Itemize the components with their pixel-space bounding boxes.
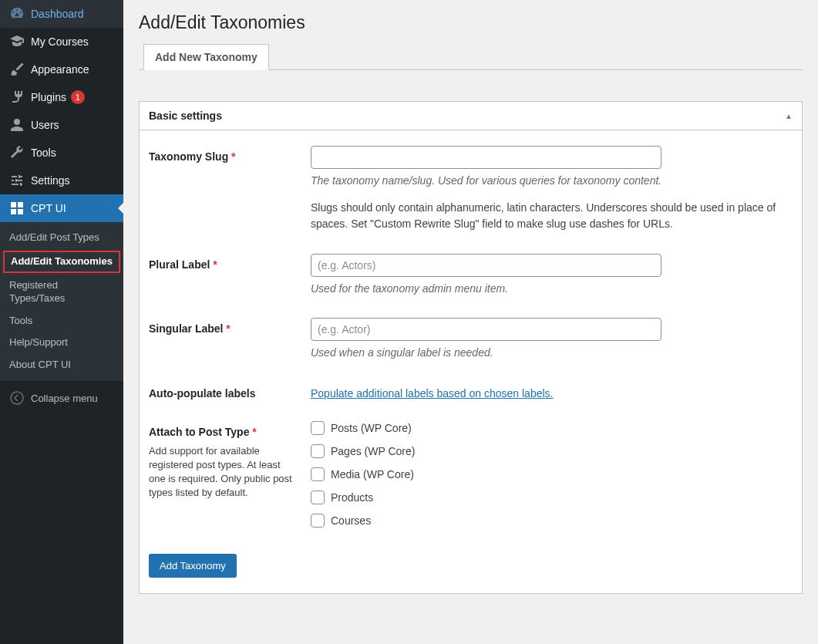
collapse-menu-button[interactable]: Collapse menu: [0, 384, 123, 412]
label-attach: Attach to Post Type: [149, 426, 249, 438]
checkbox-label: Products: [331, 491, 373, 504]
submenu-item-post-types[interactable]: Add/Edit Post Types: [0, 227, 123, 249]
checkbox-label: Pages (WP Core): [331, 445, 415, 457]
sidebar-item-settings[interactable]: Settings: [0, 167, 123, 194]
required-marker: *: [231, 150, 235, 163]
required-marker: *: [213, 258, 217, 271]
basic-settings-panel: Basic settings ▲ Taxonomy Slug * The tax…: [139, 101, 803, 594]
checkbox-label: Posts (WP Core): [331, 422, 412, 434]
checkbox-media[interactable]: Media (WP Core): [311, 467, 793, 481]
gauge-icon: [9, 6, 25, 22]
svg-point-0: [11, 392, 23, 404]
menu-label: Tools: [31, 147, 56, 159]
checkbox-input-posts[interactable]: [311, 421, 325, 435]
label-attach-sub: Add support for available registered pos…: [149, 444, 295, 501]
sidebar-item-plugins[interactable]: Plugins 1: [0, 83, 123, 111]
label-singular: Singular Label: [149, 322, 223, 335]
help-slug-2: Slugs should only contain alphanumeric, …: [311, 200, 793, 232]
sidebar-item-appearance[interactable]: Appearance: [0, 56, 123, 83]
menu-label: CPT UI: [31, 202, 66, 214]
grid-icon: [9, 201, 25, 216]
brush-icon: [9, 62, 25, 77]
label-plural: Plural Label: [149, 258, 210, 271]
add-taxonomy-button[interactable]: Add Taxonomy: [149, 554, 237, 578]
help-plural: Used for the taxonomy admin menu item.: [311, 282, 793, 297]
singular-label-input[interactable]: [311, 318, 661, 341]
help-singular: Used when a singular label is needed.: [311, 346, 793, 361]
required-marker: *: [226, 322, 230, 335]
sidebar-item-courses[interactable]: My Courses: [0, 28, 123, 56]
checkbox-input-products[interactable]: [311, 491, 325, 504]
menu-label: Appearance: [31, 63, 89, 76]
menu-label: Plugins: [31, 91, 66, 103]
sidebar-item-users[interactable]: Users: [0, 111, 123, 139]
menu-label: Users: [31, 119, 59, 131]
checkbox-input-courses[interactable]: [311, 514, 325, 528]
checkbox-label: Courses: [331, 514, 371, 527]
required-marker: *: [252, 426, 256, 438]
checkbox-products[interactable]: Products: [311, 491, 793, 504]
update-badge: 1: [71, 90, 85, 104]
checkbox-pages[interactable]: Pages (WP Core): [311, 444, 793, 458]
submenu-item-help[interactable]: Help/Support: [0, 332, 123, 354]
menu-label: Dashboard: [31, 8, 84, 20]
user-icon: [9, 117, 25, 133]
collapse-icon: [9, 390, 25, 406]
autopopulate-link[interactable]: Populate additional labels based on chos…: [311, 387, 553, 400]
collapse-label: Collapse menu: [31, 393, 98, 404]
page-title: Add/Edit Taxonomies: [139, 12, 803, 33]
admin-sidebar: Dashboard My Courses Appearance Plugins …: [0, 0, 123, 644]
tab-row: Add New Taxonomy: [139, 44, 803, 70]
plug-icon: [9, 89, 25, 105]
main-content: Add/Edit Taxonomies Add New Taxonomy Bas…: [123, 0, 818, 644]
plural-label-input[interactable]: [311, 254, 661, 277]
label-autopopulate: Auto-populate labels: [149, 387, 255, 400]
submenu-item-tools[interactable]: Tools: [0, 310, 123, 332]
submenu-item-registered[interactable]: Registered Types/Taxes: [0, 275, 123, 310]
caret-up-icon: ▲: [785, 112, 793, 120]
sidebar-item-cptui[interactable]: CPT UI: [0, 194, 123, 222]
sidebar-item-dashboard[interactable]: Dashboard: [0, 0, 123, 28]
taxonomy-slug-input[interactable]: [311, 146, 661, 169]
checkbox-input-media[interactable]: [311, 467, 325, 481]
cptui-submenu: Add/Edit Post Types Add/Edit Taxonomies …: [0, 222, 123, 381]
checkbox-courses[interactable]: Courses: [311, 514, 793, 528]
tab-add-new-taxonomy[interactable]: Add New Taxonomy: [143, 44, 269, 70]
checkbox-label: Media (WP Core): [331, 468, 414, 480]
menu-label: My Courses: [31, 35, 89, 48]
submenu-item-taxonomies[interactable]: Add/Edit Taxonomies: [3, 251, 120, 273]
checkbox-posts[interactable]: Posts (WP Core): [311, 421, 793, 435]
sliders-icon: [9, 173, 25, 188]
checkbox-input-pages[interactable]: [311, 444, 325, 458]
wrench-icon: [9, 145, 25, 160]
panel-toggle[interactable]: Basic settings ▲: [140, 102, 802, 130]
menu-label: Settings: [31, 174, 70, 187]
panel-title: Basic settings: [149, 110, 222, 122]
label-taxonomy-slug: Taxonomy Slug: [149, 150, 228, 163]
sidebar-item-tools[interactable]: Tools: [0, 139, 123, 167]
graduation-cap-icon: [9, 34, 25, 49]
submenu-item-about[interactable]: About CPT UI: [0, 354, 123, 376]
help-slug-1: The taxonomy name/slug. Used for various…: [311, 174, 793, 189]
